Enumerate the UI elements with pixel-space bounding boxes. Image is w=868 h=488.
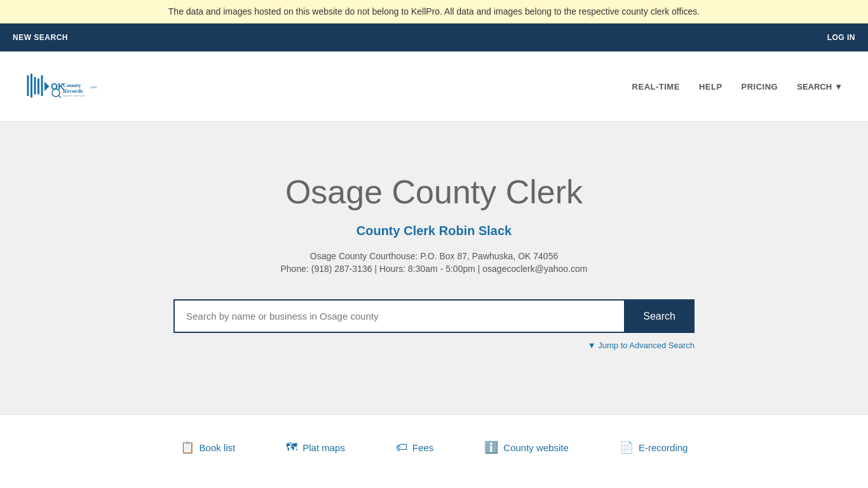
svg-rect-2 [34, 77, 36, 95]
search-button[interactable]: Search [624, 299, 695, 333]
erecording-label: E-recording [639, 442, 688, 453]
site-header: OK County Records .com search • view • p… [0, 51, 868, 122]
svg-rect-1 [31, 74, 32, 98]
hero-section: Osage County Clerk County Clerk Robin Sl… [0, 122, 868, 414]
address: Osage County Courthouse: P.O. Box 87, Pa… [13, 251, 855, 261]
advanced-search-link[interactable]: ▼ Jump to Advanced Search [588, 341, 695, 350]
footer-link-county-website[interactable]: ℹ️ County website [484, 440, 569, 454]
nav-realtime[interactable]: REAL-TIME [632, 82, 680, 92]
header-nav: REAL-TIME HELP PRICING SEARCH ▼ [632, 82, 843, 92]
new-search-link[interactable]: NEW SEARCH [13, 33, 68, 42]
nav-help[interactable]: HELP [699, 82, 722, 92]
book-list-label: Book list [200, 442, 236, 453]
svg-rect-3 [37, 79, 39, 95]
advanced-search-area: ▼ Jump to Advanced Search [173, 339, 695, 351]
footer-links: 📋 Book list 🗺 Plat maps 🏷 Fees ℹ️ County… [0, 414, 868, 480]
book-list-icon: 📋 [180, 440, 194, 454]
svg-marker-5 [44, 82, 50, 92]
logo-area: OK County Records .com search • view • p… [25, 64, 107, 109]
svg-text:.com: .com [90, 85, 97, 89]
nav-bar: NEW SEARCH LOG IN [0, 24, 868, 51]
fees-icon: 🏷 [396, 441, 407, 454]
footer-link-fees[interactable]: 🏷 Fees [396, 441, 433, 454]
fees-label: Fees [412, 442, 433, 453]
svg-text:Records: Records [63, 88, 83, 94]
clerk-name: County Clerk Robin Slack [13, 224, 855, 238]
login-link[interactable]: LOG IN [827, 33, 855, 42]
search-box: Search [173, 299, 695, 333]
chevron-down-icon: ▼ [834, 82, 843, 92]
county-website-label: County website [503, 442, 569, 453]
svg-line-11 [58, 95, 61, 98]
footer-link-plat-maps[interactable]: 🗺 Plat maps [286, 441, 345, 454]
county-website-icon: ℹ️ [484, 440, 498, 454]
banner-text: The data and images hosted on this websi… [168, 6, 700, 17]
plat-maps-label: Plat maps [302, 442, 345, 453]
nav-search-label: SEARCH [797, 82, 832, 92]
plat-maps-icon: 🗺 [286, 441, 297, 454]
erecording-icon: 📄 [620, 440, 634, 454]
footer-link-erecording[interactable]: 📄 E-recording [620, 440, 688, 454]
nav-pricing[interactable]: PRICING [742, 82, 778, 92]
info-banner: The data and images hosted on this websi… [0, 0, 868, 24]
svg-text:County: County [63, 82, 81, 88]
page-title: Osage County Clerk [13, 173, 855, 211]
search-input[interactable] [173, 299, 624, 333]
site-logo: OK County Records .com search • view • p… [25, 64, 102, 109]
svg-rect-0 [27, 76, 29, 97]
footer-link-book-list[interactable]: 📋 Book list [180, 440, 236, 454]
svg-text:search • view • print: search • view • print [63, 94, 86, 97]
phone-hours: Phone: (918) 287-3136 | Hours: 8:30am - … [13, 264, 855, 274]
svg-rect-4 [41, 76, 43, 97]
nav-search-dropdown[interactable]: SEARCH ▼ [797, 82, 843, 92]
